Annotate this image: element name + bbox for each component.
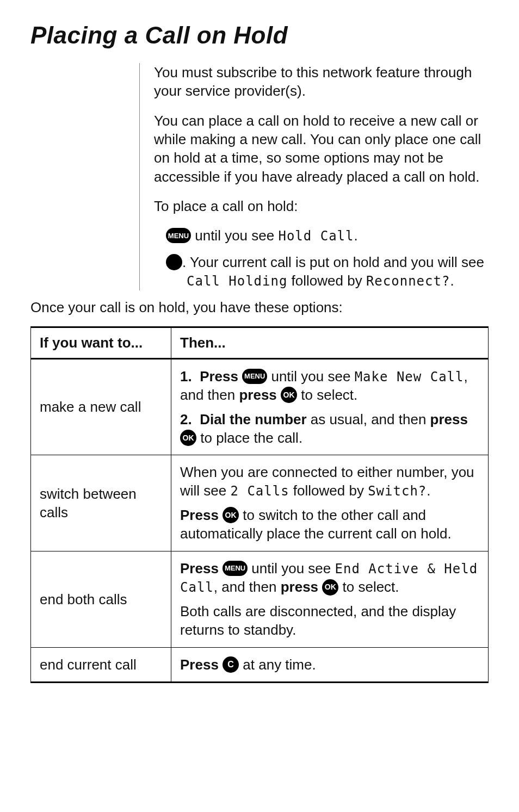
menu-key-icon: MENU — [223, 561, 248, 576]
lcd-text-2-calls: 2 Calls — [230, 484, 289, 499]
hold-steps: MENU until you see Hold Call. OK. Your c… — [166, 226, 489, 290]
table-cell-right: 1. Press MENU until you see Make New Cal… — [171, 358, 489, 455]
cell-paragraph: Both calls are disconnected, and the dis… — [180, 602, 479, 640]
step-text: . — [427, 482, 430, 499]
table-cell-right: When you are connected to either number,… — [171, 455, 489, 551]
c-key-icon: C — [223, 656, 239, 673]
ok-key-icon: OK — [281, 387, 297, 403]
table-row: end both calls Press MENU until you see … — [31, 551, 489, 647]
press-label: press — [430, 411, 468, 427]
page: Placing a Call on Hold You must subscrib… — [0, 0, 519, 812]
step-text: followed by — [289, 482, 368, 499]
press-label: press — [281, 579, 323, 595]
lcd-text-make-new-call: Make New Call — [355, 369, 464, 385]
hold-step-2: OK. Your current call is put on hold and… — [166, 253, 489, 290]
step-text: until you see — [191, 227, 278, 244]
lcd-text-call-holding: Call Holding — [187, 274, 287, 289]
press-label: Press — [180, 507, 223, 523]
step-text: followed by — [287, 272, 366, 289]
step-text: , and then — [214, 579, 281, 595]
numbered-step-1: 1. Press MENU until you see Make New Cal… — [180, 367, 479, 405]
step-number: 1. — [180, 368, 200, 385]
table-cell-right: Press MENU until you see End Active & He… — [171, 551, 489, 647]
step-text: as usual, and then — [307, 411, 430, 427]
press-label: Press — [180, 560, 223, 577]
press-label: Press — [180, 656, 223, 673]
step-text: . — [450, 272, 454, 289]
step-text: to place the call. — [196, 430, 302, 446]
step-text: to select. — [338, 579, 399, 595]
lcd-text-reconnect: Reconnect? — [366, 274, 450, 289]
press-label: Press — [200, 368, 242, 385]
table-header-left: If you want to... — [31, 327, 171, 358]
dial-number-label: Dial the number — [200, 411, 306, 427]
step-number: 2. — [180, 411, 200, 427]
cell-paragraph: Press MENU until you see End Active & He… — [180, 559, 479, 597]
numbered-step-2: 2. Dial the number as usual, and then pr… — [180, 410, 479, 448]
lcd-text-switch: Switch? — [368, 484, 427, 499]
press-label: press — [239, 387, 281, 403]
step-text: . Your current call is put on hold and y… — [182, 254, 484, 270]
table-row: end current call Press C at any time. — [31, 647, 489, 682]
table-header-right: Then... — [171, 327, 489, 358]
table-row: switch between calls When you are connec… — [31, 455, 489, 551]
table-cell-left: end current call — [31, 647, 171, 682]
intro-paragraph-3: To place a call on hold: — [154, 197, 489, 215]
ok-key-icon: OK — [180, 430, 196, 446]
intro-paragraph-2: You can place a call on hold to receive … — [154, 111, 489, 186]
options-table: If you want to... Then... make a new cal… — [30, 326, 489, 683]
section-title: Placing a Call on Hold — [30, 20, 489, 51]
menu-key-icon: MENU — [166, 228, 191, 243]
lcd-text-hold-call: Hold Call — [278, 228, 354, 244]
table-cell-left: switch between calls — [31, 455, 171, 551]
ok-key-icon: OK — [322, 579, 338, 596]
cell-paragraph: When you are connected to either number,… — [180, 463, 479, 500]
table-cell-left: end both calls — [31, 551, 171, 647]
post-steps-paragraph: Once your call is on hold, you have thes… — [30, 298, 489, 317]
table-cell-left: make a new call — [31, 358, 171, 455]
step-text: to select. — [297, 387, 357, 403]
table-row: make a new call 1. Press MENU until you … — [31, 358, 489, 455]
ok-key-icon: OK — [223, 507, 239, 523]
intro-block: You must subscribe to this network featu… — [139, 63, 489, 290]
step-text: . — [354, 227, 357, 244]
hold-step-1: MENU until you see Hold Call. — [166, 226, 489, 245]
step-text: until you see — [267, 368, 354, 385]
table-cell-right: Press C at any time. — [171, 647, 489, 682]
step-text: until you see — [248, 560, 335, 577]
table-header-row: If you want to... Then... — [31, 327, 489, 358]
step-text: at any time. — [239, 656, 316, 673]
menu-key-icon: MENU — [242, 369, 267, 384]
intro-paragraph-1: You must subscribe to this network featu… — [154, 63, 489, 101]
cell-paragraph: Press OK to switch to the other call and… — [180, 506, 479, 543]
ok-key-icon: OK — [166, 254, 182, 270]
